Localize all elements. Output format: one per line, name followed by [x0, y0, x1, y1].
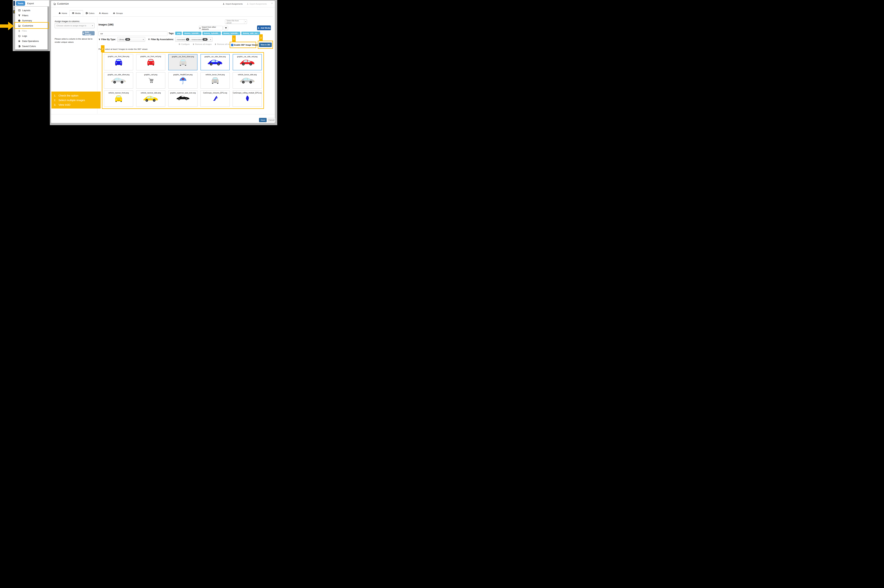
tag-chip[interactable]: .png: [175, 32, 182, 35]
image-icon: [72, 12, 74, 14]
filter-button[interactable]: [224, 26, 228, 30]
menu-item-label: Saved Colors: [22, 45, 36, 48]
configure-button[interactable]: Configure: [179, 43, 190, 45]
tab-label: Home: [62, 12, 67, 14]
image-card[interactable]: vehicle_racecar_side.png: [136, 90, 165, 107]
filter-associations-dropdown[interactable]: Associated 0 , Unassociated 186 ▾: [175, 37, 213, 42]
tools-menu-button[interactable]: Tools: [16, 1, 25, 6]
image-card[interactable]: graphic_car_side_silver.png: [104, 72, 133, 88]
filter-type-count-badge: 186: [125, 38, 130, 40]
menu-item-saved-colors[interactable]: Saved Colors: [15, 44, 48, 49]
tags-row: Tags: .png dummy_hybridiii... dummy_hybr…: [169, 32, 260, 35]
upload-icon: [199, 27, 201, 29]
close-icon[interactable]: ×: [271, 2, 273, 5]
save-button[interactable]: Save: [259, 118, 267, 122]
tab-media[interactable]: Media: [69, 10, 83, 16]
edit-icon: [53, 3, 56, 5]
images-heading: Images (186): [99, 23, 114, 26]
tags-label: Tags:: [169, 32, 174, 34]
right-arrow-icon: [0, 24, 8, 28]
view-in-360-button[interactable]: View in 360: [259, 43, 272, 47]
add-media-button[interactable]: Add Media: [257, 26, 271, 30]
image-grid: graphic_car_front_blue.pnggraphic_car_fr…: [102, 52, 264, 109]
tag-chip[interactable]: dummy_hybridiii...: [203, 32, 221, 35]
image-card[interactable]: vehicle_racecar_front.png: [104, 90, 133, 107]
menu-item-label: Layouts: [22, 9, 30, 12]
tab-label: Aliases: [102, 12, 108, 14]
image-card-label: CarGroups_colling_module_EPS.svg: [233, 92, 262, 94]
image-card[interactable]: graphic_supercar_auto_icon.svg: [168, 90, 198, 107]
menu-item-filters[interactable]: Filters: [15, 13, 48, 18]
remove-all-images-button[interactable]: Remove all images: [192, 43, 212, 45]
export-assignments-button[interactable]: Export Assignments: [247, 3, 267, 5]
image-card[interactable]: graphic_HealthCare.png: [168, 72, 198, 88]
funnel-icon: [99, 39, 101, 40]
columns-icon: [18, 9, 21, 12]
image-card-label: graphic_supercar_auto_icon.svg: [170, 92, 196, 94]
image-card[interactable]: graphic_car_side_blue.png: [201, 54, 230, 70]
car-side-icon: [239, 58, 255, 66]
gear-icon: [179, 43, 180, 45]
menu-item-layouts[interactable]: Layouts: [15, 8, 48, 13]
select-file-label: Select file from server: [225, 20, 244, 24]
cancel-button[interactable]: Cancel: [268, 118, 275, 122]
filter-type-dropdown[interactable]: Library 186 ▾: [117, 37, 145, 42]
trash-icon: [215, 43, 216, 45]
search-input[interactable]: [99, 31, 167, 36]
export-menu-button[interactable]: Export: [27, 1, 34, 6]
image-card[interactable]: vehicle_luxcar_side.png: [233, 72, 262, 88]
image-card-label: vehicle_luxcar_front.png: [206, 74, 225, 76]
menu-item-data-operations[interactable]: Data Operations: [15, 39, 48, 44]
tab-groups[interactable]: Groups: [111, 10, 125, 16]
menubar-fragment: [14, 1, 15, 6]
car-side-icon: [143, 94, 159, 102]
instruction-steps-box: 1.Check the option 2.Select multiple ima…: [51, 92, 101, 108]
menu-item-files[interactable]: Files: [15, 28, 48, 33]
filter-by-associations-label: Filter By Associations:: [148, 38, 174, 40]
tab-aliases[interactable]: A Aliases: [97, 10, 110, 16]
image-card[interactable]: vehicle_luxcar_front.png: [201, 72, 230, 88]
tag-chip[interactable]: dummy_hybridiii...: [183, 32, 201, 35]
image-card-label: graphic_car_front_blue.png: [108, 56, 129, 57]
import-from-other-datasets-button[interactable]: Import from other datasets: [199, 26, 222, 30]
callout-badge-2: 2: [101, 45, 105, 52]
import-assignments-button[interactable]: Import Assignments: [222, 3, 243, 5]
auto-assign-button[interactable]: Auto Assign: [83, 31, 95, 35]
tag-chip[interactable]: dummy_side_eur...: [241, 32, 260, 35]
callout-badge-1: 1: [232, 35, 236, 42]
car-side-icon: [111, 76, 127, 84]
image-card-label: vehicle_racecar_front.png: [108, 92, 129, 94]
enable-360-label: Enable 360° Image Viewer: [234, 44, 258, 46]
car-front-icon: [114, 58, 123, 66]
funnel-icon: [225, 27, 227, 29]
tab-colors[interactable]: Colors: [83, 10, 97, 16]
menu-item-label: Summary: [22, 19, 32, 22]
image-card[interactable]: graphic_cart.png: [136, 72, 165, 88]
tab-home[interactable]: Home: [56, 10, 69, 16]
tag-chip[interactable]: dummy_hybridiii...: [222, 32, 240, 35]
image-card[interactable]: graphic_car_front_red.png: [136, 54, 165, 70]
image-card-label: graphic_car_side_silver.png: [108, 74, 130, 76]
image-card-label: graphic_car_front_red.png: [140, 56, 161, 57]
add-media-label: Add Media: [261, 27, 270, 29]
image-card-label: graphic_car_front_silver.png: [172, 56, 194, 58]
enable-360-checkbox[interactable]: ✓: [231, 44, 233, 46]
image-card[interactable]: graphic_car_side_red.png: [233, 54, 262, 70]
funnel-icon: [148, 39, 150, 40]
select-file-from-server[interactable]: Select file from server ▾: [225, 20, 247, 24]
header-divider: [51, 7, 275, 8]
dialog-title: Customize: [53, 2, 69, 5]
image-card[interactable]: CarGroups_colling_module_EPS.svg: [233, 90, 262, 107]
image-card-label: CarGroups_closures_EPS.svg: [203, 92, 227, 94]
modal-backdrop: Customize Import Assignments Export Assi…: [50, 0, 277, 125]
menu-item-logs[interactable]: Logs: [15, 33, 48, 39]
column-select[interactable]: Choose column to assign image to ▾: [55, 23, 95, 28]
image-card[interactable]: graphic_car_front_silver.png: [168, 54, 198, 70]
menu-item-label: Filters: [22, 14, 28, 17]
image-card-label: graphic_car_side_red.png: [237, 56, 258, 58]
image-card[interactable]: graphic_car_front_blue.png: [104, 54, 133, 70]
tab-label: Groups: [116, 12, 123, 14]
image-card[interactable]: CarGroups_closures_EPS.svg: [201, 90, 230, 107]
tab-label: Colors: [89, 12, 95, 14]
chevron-down-icon: ▾: [92, 25, 93, 27]
